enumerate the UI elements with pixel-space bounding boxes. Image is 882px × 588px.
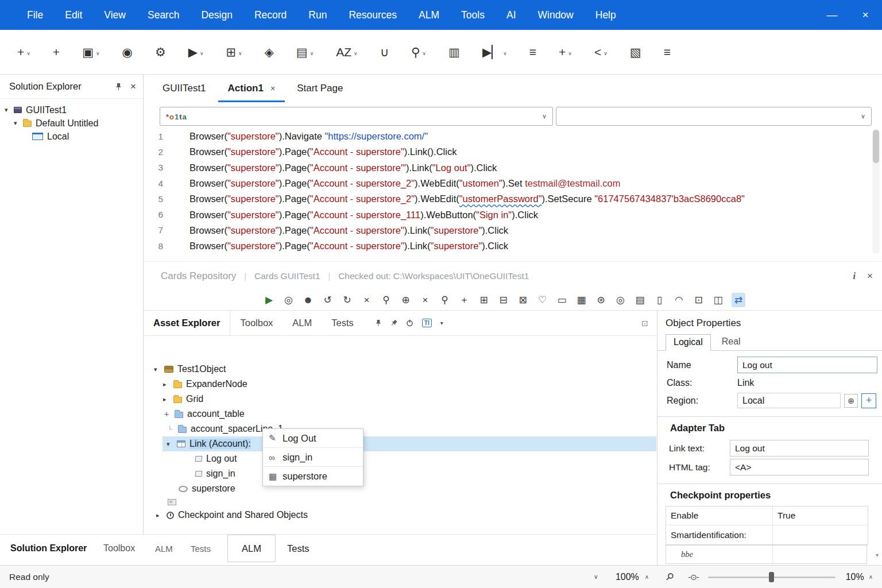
insert-checkpoint-button[interactable]: ⚲∨ [404,42,433,62]
remove-object-icon[interactable]: × [419,295,431,306]
close-icon[interactable]: × [270,84,275,93]
tree-item-account-spacerline-1[interactable]: └account_spacerLine_1 [144,421,656,436]
zoom-slider[interactable] [708,571,835,583]
tree-item-account-table[interactable]: +account_table [144,407,656,421]
menu-item-run[interactable]: Run [297,0,338,30]
run-step-icon[interactable]: ▶ [263,294,275,306]
action-scope-combo[interactable]: *o1ta ∨ [160,107,553,126]
expander-icon[interactable]: ▸ [163,381,173,388]
tree-item-sign-in[interactable]: sign_in [144,466,656,481]
region-target-button[interactable]: ⊕ [844,394,858,408]
run-to-step-button[interactable]: ▶▏∨ [475,42,514,62]
tab-real[interactable]: Real [714,334,748,350]
tab-tests[interactable]: Tests [322,311,363,335]
scrollbar-thumb[interactable] [873,130,879,163]
code-line[interactable]: 8Browser("superstore").Page("Account - s… [144,238,882,254]
tree-item-guiitest1[interactable]: ▾GUIITest1 [0,103,143,117]
bottom-tab-tests[interactable]: Tests [191,535,211,562]
tree-item-grid[interactable]: ▸Grid [144,392,656,407]
region-add-button[interactable]: + [861,393,876,408]
code-line[interactable]: 2Browser("superstore").Page("Account - s… [144,144,882,160]
code-line[interactable]: 4Browser("superstore").Page("Account - s… [144,176,882,191]
bottom-tab-toolbox[interactable]: Toolbox [103,535,135,562]
export-results-button[interactable]: ▧ [623,42,648,62]
status-dropdown-icon[interactable]: ∨ [594,573,598,581]
highlight-in-application-icon[interactable]: ♡ [536,294,548,306]
region-value[interactable]: Local [737,393,841,408]
menu-item-ai[interactable]: AI [496,0,527,30]
tree-item-expandernode[interactable]: ▸ExpanderNode [144,377,656,392]
menu-item-design[interactable]: Design [190,0,243,30]
menu-item-log-out[interactable]: ✎Log Out [263,429,363,448]
mini-zoom-level[interactable]: 10% [846,572,864,582]
tree-item-local[interactable]: Local [0,130,143,143]
active-screen-icon[interactable]: ◎ [283,294,295,306]
code-line[interactable]: 1Browser("superstore").Navigate "https:/… [144,129,882,144]
code-line[interactable]: 6Browser("superstore").Page("Account - s… [144,207,882,222]
run-all-button[interactable]: ⊞∨ [219,42,249,62]
redo-icon[interactable]: ↻ [341,294,353,306]
magnet-stop-button[interactable]: ∪ [373,42,396,62]
scroll-down-icon[interactable]: ▾ [876,552,879,558]
record-button[interactable]: ◉ [115,42,140,62]
comment-icon[interactable]: ▭ [556,294,568,306]
name-input[interactable] [737,357,877,373]
editor-scrollbar[interactable] [872,129,880,254]
tree-item-default-untitled[interactable]: ▾Default Untitled [0,117,143,130]
tab-alm[interactable]: ALM [283,311,322,335]
list-view-button[interactable]: ≡ [523,42,543,62]
run-button[interactable]: ▶∨ [181,42,211,62]
menu-item-record[interactable]: Record [243,0,297,30]
delete-icon[interactable]: × [361,295,373,306]
object-spy-icon[interactable]: ☻ [302,295,314,306]
locate-in-repository-icon[interactable]: ⊕ [400,294,412,306]
merge-objects-icon[interactable]: ⊠ [517,294,529,306]
window-view-icon[interactable]: ⊡ [693,294,705,306]
find-previous-icon[interactable]: ⚲ [380,294,392,306]
add-button[interactable]: + [46,42,67,62]
search-icon[interactable]: ⚲ [663,570,677,584]
power-icon[interactable] [406,319,413,327]
web-settings-icon[interactable]: ⊛ [595,294,607,306]
bottom-tab-tests[interactable]: Tests [287,535,310,562]
pin-down-icon[interactable] [375,319,382,327]
debug-button[interactable]: ◈ [258,42,281,62]
find-icon[interactable]: ⚲ [439,294,451,306]
menu-item-help[interactable]: Help [585,0,627,30]
menu-item-alm[interactable]: ALM [408,0,450,30]
menu-item-view[interactable]: View [93,0,137,30]
expander-icon[interactable]: ▸ [156,512,167,519]
code-line[interactable]: 3Browser("superstore").Page("Account - s… [144,160,882,176]
tab-action1[interactable]: Action1× [217,75,287,102]
close-icon[interactable]: × [130,81,136,92]
expander-icon[interactable]: └ [168,425,178,432]
expander-icon[interactable]: ▾ [5,106,14,114]
tree-item-test1object[interactable]: ▾Test1Object [144,362,656,377]
add-object-icon[interactable]: + [458,295,470,306]
code-line[interactable]: 5Browser("superstore").Page("Account - s… [144,191,882,207]
spy-search-icon[interactable]: ◎ [614,294,626,306]
menu-item-file[interactable]: File [16,0,54,30]
expander-icon[interactable]: + [164,409,175,419]
tree-item-link-account[interactable]: ▾Link (Account): [163,436,656,451]
open-save-button[interactable]: ▣∨ [75,42,106,62]
pin-icon[interactable] [390,319,397,327]
filter-settings-button[interactable]: ≡ [657,42,678,62]
tab-logical[interactable]: Logical [666,334,711,351]
menu-item-tools[interactable]: Tools [450,0,496,30]
tree-item-image[interactable] [144,496,656,508]
tab-asset-explorer[interactable]: Asset Explorer [144,311,230,335]
caret-up-icon[interactable]: ∧ [869,574,873,580]
menu-item-edit[interactable]: Edit [54,0,93,30]
tab-toolbox[interactable]: Toolbox [230,311,283,335]
panel-view-button[interactable]: ▥ [442,42,467,62]
close-button[interactable]: × [849,0,882,30]
table-view-icon[interactable]: ▤ [634,294,646,306]
menu-item-sign-in[interactable]: ∞sign_in [263,448,363,467]
menu-item-superstore[interactable]: ▦superstore [263,467,363,486]
ti-panel-icon[interactable]: TI [422,319,432,327]
maintenance-mode-icon[interactable]: ⇄ [732,293,745,307]
arc-tool-icon[interactable]: ◠ [673,294,685,306]
zoom-slider-thumb[interactable] [769,572,774,582]
tab-start-page[interactable]: Start Page [286,75,354,102]
